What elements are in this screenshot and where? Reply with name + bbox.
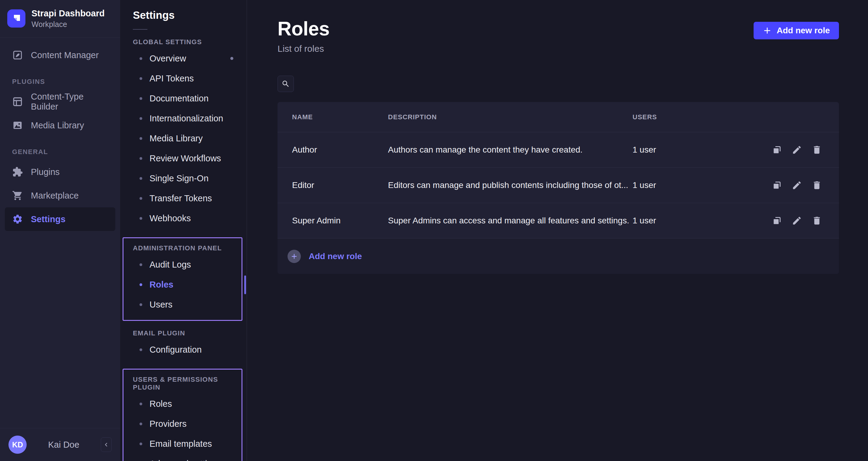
duplicate-icon <box>772 216 782 226</box>
avatar[interactable]: KD <box>8 436 27 454</box>
subnav-section-label: USERS & PERMISSIONS PLUGIN <box>133 376 242 391</box>
strapi-glyph <box>10 12 22 25</box>
subnav-item-webhooks[interactable]: Webhooks <box>120 208 247 228</box>
duplicate-button[interactable] <box>772 216 782 226</box>
subnav-item-email-templates[interactable]: Email templates <box>123 434 242 454</box>
delete-button[interactable] <box>812 145 822 155</box>
workspace-brand[interactable]: Strapi Dashboard Workplace <box>0 0 120 37</box>
role-description: Super Admins can access and manage all f… <box>388 216 632 225</box>
subnav-item-label: Transfer Tokens <box>150 193 212 204</box>
chevron-left-icon <box>103 442 109 448</box>
notification-dot-icon <box>230 57 234 60</box>
bullet-icon <box>140 263 142 266</box>
subnav-item-audit-logs[interactable]: Audit Logs <box>123 254 242 275</box>
subnav-section-users-permissions-plugin: USERS & PERMISSIONS PLUGIN Roles Provide… <box>123 369 242 461</box>
role-name: Editor <box>292 180 388 190</box>
search-button[interactable] <box>278 76 294 92</box>
subnav-item-overview[interactable]: Overview <box>120 49 247 68</box>
table-row-author[interactable]: Author Authors can manage the content th… <box>278 132 839 168</box>
edit-button[interactable] <box>792 216 802 226</box>
delete-button[interactable] <box>812 216 822 226</box>
subnav-item-transfer-tokens[interactable]: Transfer Tokens <box>120 188 247 208</box>
row-actions <box>756 145 822 155</box>
edit-icon <box>792 145 802 155</box>
subnav-item-documentation[interactable]: Documentation <box>120 88 247 109</box>
delete-icon <box>812 145 822 155</box>
subnav-item-internationalization[interactable]: Internationalization <box>120 109 247 128</box>
bullet-icon <box>140 348 142 351</box>
roles-table-card: NAME DESCRIPTION USERS Author Authors ca… <box>278 102 839 274</box>
subnav-item-label: Audit Logs <box>150 260 191 270</box>
workspace-title: Strapi Dashboard <box>31 8 105 19</box>
subnav-item-providers[interactable]: Providers <box>123 414 242 434</box>
subnav-item-api-tokens[interactable]: API Tokens <box>120 68 247 88</box>
subnav-item-label: Users <box>150 300 173 310</box>
subnav-section-administration-panel: ADMINISTRATION PANEL Audit Logs Roles Us… <box>123 237 242 321</box>
nav-item-content-manager[interactable]: Content Manager <box>5 43 115 67</box>
subnav-item-configuration[interactable]: Configuration <box>120 340 247 360</box>
nav-item-plugins[interactable]: Plugins <box>5 160 115 184</box>
layout-icon <box>12 96 23 107</box>
duplicate-button[interactable] <box>772 145 782 155</box>
column-header-description: DESCRIPTION <box>388 113 632 121</box>
subnav-item-advanced-settings[interactable]: Advanced settings <box>123 454 242 461</box>
edit-button[interactable] <box>792 180 802 190</box>
add-new-role-button-label: Add new role <box>777 26 830 35</box>
column-header-users: USERS <box>632 113 756 121</box>
role-description: Editors can manage and publish contents … <box>388 180 632 190</box>
role-users-count: 1 user <box>632 145 756 155</box>
subnav-item-roles-admin[interactable]: Roles <box>123 275 242 295</box>
subnav-item-roles-up[interactable]: Roles <box>123 394 242 414</box>
plus-icon <box>763 26 772 35</box>
strapi-admin-app: Strapi Dashboard Workplace Content Manag… <box>0 0 868 461</box>
row-actions <box>756 216 822 226</box>
role-description: Authors can manage the content they have… <box>388 145 632 155</box>
plus-circle-icon <box>287 250 301 263</box>
subnav-item-review-workflows[interactable]: Review Workflows <box>120 148 247 168</box>
subnav-item-media-library[interactable]: Media Library <box>120 128 247 148</box>
nav-section-label-plugins: PLUGINS <box>12 78 115 86</box>
main-content: Roles List of roles Add new role NAME DE… <box>247 0 868 461</box>
table-row-editor[interactable]: Editor Editors can manage and publish co… <box>278 168 839 203</box>
table-header-row: NAME DESCRIPTION USERS <box>278 102 839 132</box>
subnav-item-users[interactable]: Users <box>123 295 242 314</box>
subnav-item-single-sign-on[interactable]: Single Sign-On <box>120 168 247 188</box>
nav-item-media-library[interactable]: Media Library <box>5 114 115 137</box>
collapse-nav-button[interactable] <box>101 437 112 452</box>
strapi-logo-icon <box>7 9 25 28</box>
bullet-icon <box>140 303 142 306</box>
subnav-item-label: Roles <box>150 280 174 290</box>
edit-icon <box>792 180 802 190</box>
column-header-name: NAME <box>292 113 388 121</box>
subnav-item-label: Overview <box>150 54 186 64</box>
bullet-icon <box>140 137 142 140</box>
nav-item-label: Settings <box>31 214 65 224</box>
subnav-item-label: Documentation <box>150 94 209 103</box>
subnav-item-label: Email templates <box>150 439 212 449</box>
duplicate-icon <box>772 180 782 190</box>
subnav-scrollbar-thumb[interactable] <box>244 275 246 294</box>
subnav-item-label: Configuration <box>150 345 202 355</box>
feather-icon <box>12 50 23 61</box>
subnav-item-label: Advanced settings <box>150 459 221 461</box>
bullet-icon <box>140 403 142 405</box>
table-row-super-admin[interactable]: Super Admin Super Admins can access and … <box>278 203 839 239</box>
subnav-item-label: Review Workflows <box>150 153 221 163</box>
subnav-item-label: Providers <box>150 419 187 429</box>
gear-icon <box>12 214 23 224</box>
duplicate-button[interactable] <box>772 180 782 190</box>
edit-button[interactable] <box>792 145 802 155</box>
user-name: Kai Doe <box>27 440 101 450</box>
bullet-icon <box>140 283 142 286</box>
nav-item-content-type-builder[interactable]: Content-Type Builder <box>5 90 115 114</box>
add-new-role-button[interactable]: Add new role <box>753 22 839 39</box>
edit-icon <box>792 216 802 226</box>
delete-button[interactable] <box>812 180 822 190</box>
subnav-item-label: Media Library <box>150 133 203 144</box>
bullet-icon <box>140 57 142 60</box>
cart-icon <box>12 190 23 201</box>
row-actions <box>756 180 822 190</box>
table-footer-add-row[interactable]: Add new role <box>278 239 839 274</box>
nav-item-marketplace[interactable]: Marketplace <box>5 184 115 207</box>
nav-item-settings[interactable]: Settings <box>5 207 115 231</box>
